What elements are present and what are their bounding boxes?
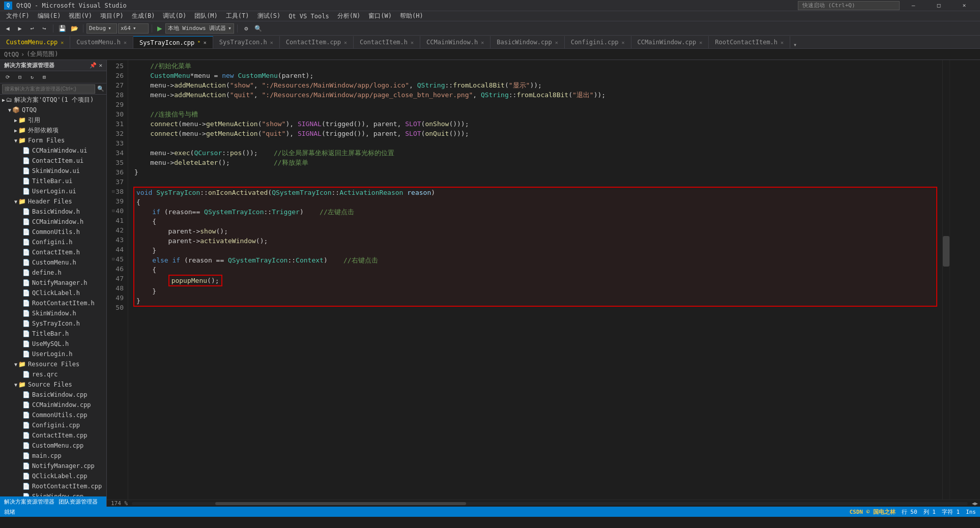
menu-file[interactable]: 文件(F) (2, 11, 34, 21)
tab-basicwindow-cpp[interactable]: BasicWindow.cpp ✕ (491, 36, 564, 48)
toolbar-btn-save[interactable]: 💾 (56, 23, 68, 34)
sidebar-btn-collapse[interactable]: ⊟ (14, 72, 25, 83)
tab-close-rootcontactitem-h[interactable]: ✕ (781, 40, 784, 45)
tab-overflow[interactable]: ▾ (790, 41, 800, 48)
target-dropdown[interactable]: 本地 Windows 调试器 ▾ (165, 23, 234, 34)
menu-view[interactable]: 视图(V) (65, 11, 96, 21)
tab-rootcontactitem-h[interactable]: RootContactItem.h ✕ (709, 36, 790, 48)
tree-item-skinwindow-cpp[interactable]: 📄SkinWindow.cpp (0, 491, 106, 496)
toolbar-btn-1[interactable]: ◀ (2, 23, 13, 34)
tab-contactitem-cpp[interactable]: ContactItem.cpp ✕ (280, 36, 354, 48)
tree-item-contactitem-h2[interactable]: 📄ContactItem.h (0, 247, 106, 257)
horizontal-scrollbar[interactable]: 174 % ◀ ▶ (107, 500, 980, 507)
tree-item-skinwindow-h[interactable]: 📄SkinWindow.h (0, 308, 106, 318)
menu-build[interactable]: 生成(B) (128, 11, 159, 21)
tree-item-basicwindow-cpp[interactable]: 📄BasicWindow.cpp (0, 390, 106, 400)
code-area[interactable]: //初始化菜单 CustomMenu*menu = new CustomMenu… (128, 60, 942, 500)
tree-item-titlebar-h[interactable]: 📄TitleBar.h (0, 329, 106, 339)
sidebar-btn-refresh[interactable]: ↻ (26, 72, 38, 83)
config-dropdown[interactable]: Debug ▾ (87, 23, 117, 34)
tree-item-main-cpp[interactable]: 📄main.cpp (0, 451, 106, 461)
tree-item-contactitem-ui[interactable]: 📄 ContactItem.ui (0, 156, 106, 166)
sidebar-btn-sync[interactable]: ⟳ (2, 72, 13, 83)
search-bar[interactable]: 快速启动 (Ctrl+Q) (798, 1, 900, 10)
vertical-scrollbar[interactable] (942, 60, 949, 500)
hscroll-right[interactable]: ▶ (975, 501, 978, 506)
toolbar-btn-3[interactable]: ⚙ (241, 23, 252, 34)
tab-contactitem-h[interactable]: ContactItem.h ✕ (354, 36, 420, 48)
sidebar-search-input[interactable] (2, 84, 95, 94)
sidebar-btn-filter[interactable]: ⊞ (39, 72, 50, 83)
platform-dropdown[interactable]: x64 ▾ (118, 23, 149, 34)
tree-item-resourcefiles[interactable]: ▼ 📁 Resource Files (0, 359, 106, 369)
sidebar-close-icon[interactable]: ✕ (99, 62, 102, 69)
toolbar-btn-redo[interactable]: ↪ (39, 23, 50, 34)
toolbar-btn-4[interactable]: 🔍 (253, 23, 264, 34)
tree-item-commonutils-cpp[interactable]: 📄CommonUtils.cpp (0, 410, 106, 420)
tab-close-ccmainwindow-cpp[interactable]: ✕ (699, 40, 702, 45)
menu-test[interactable]: 测试(S) (253, 11, 285, 21)
tab-close-basicwindow-cpp[interactable]: ✕ (555, 40, 558, 45)
sidebar-tab-solution[interactable]: 解决方案资源管理器 (4, 498, 54, 506)
tree-item-custommenu-h2[interactable]: 📄CustomMenu.h (0, 257, 106, 268)
tree-item-rootcontactitem-cpp[interactable]: 📄RootContactItem.cpp (0, 481, 106, 491)
tree-item-sourcefiles[interactable]: ▼ 📁 Source Files (0, 379, 106, 390)
menu-window[interactable]: 窗口(W) (364, 11, 396, 21)
tree-item-notifymanager-cpp[interactable]: 📄NotifyManager.cpp (0, 461, 106, 471)
tree-item-commonutils-h[interactable]: 📄CommonUtils.h (0, 227, 106, 237)
tab-custommenu-cpp[interactable]: CustomMenu.cpp ✕ (0, 36, 70, 48)
tab-close-systrayicon-cpp[interactable]: ✕ (204, 40, 207, 45)
toolbar-btn-2[interactable]: ▶ (14, 23, 25, 34)
tree-item-userlogin-ui[interactable]: 📄 UserLogin.ui (0, 186, 106, 196)
tree-item-references[interactable]: ▶ 📁 引用 (0, 115, 106, 125)
tree-item-notifymanager-h[interactable]: 📄NotifyManager.h (0, 278, 106, 288)
tree-item-define-h[interactable]: 📄define.h (0, 268, 106, 278)
tab-configini-cpp[interactable]: Configini.cpp ✕ (565, 36, 631, 48)
tree-item-res-qrc[interactable]: 📄res.qrc (0, 369, 106, 379)
tree-item-custommenu-cpp[interactable]: 📄CustomMenu.cpp (0, 441, 106, 451)
menu-project[interactable]: 项目(P) (96, 11, 128, 21)
tree-item-ccmainwindow-h2[interactable]: 📄CCMainWindow.h (0, 217, 106, 227)
maximize-button[interactable]: □ (927, 0, 950, 11)
tree-item-contactitem-cpp[interactable]: 📄ContactItem.cpp (0, 430, 106, 441)
tab-close-custommenu-cpp[interactable]: ✕ (61, 40, 64, 45)
tree-item-configini-cpp[interactable]: 📄Configini.cpp (0, 420, 106, 430)
tree-item-usemysql-h[interactable]: 📄UseMySQL.h (0, 339, 106, 349)
menu-team[interactable]: 团队(M) (190, 11, 222, 21)
minimize-button[interactable]: — (902, 0, 925, 11)
tree-item-userlogin-h[interactable]: 📄UserLogin.h (0, 349, 106, 359)
toolbar-btn-undo[interactable]: ↩ (26, 23, 38, 34)
tree-project[interactable]: ▼ 📦 QTQQ (0, 105, 106, 115)
tree-item-qclicklabel-cpp[interactable]: 📄QClickLabel.cpp (0, 471, 106, 481)
tree-item-extdeps[interactable]: ▶ 📁 外部依赖项 (0, 125, 106, 135)
tab-close-contactitem-h[interactable]: ✕ (411, 40, 414, 45)
menu-edit[interactable]: 编辑(E) (34, 11, 65, 21)
zoom-level[interactable]: 174 % (111, 500, 128, 507)
tree-item-systrayicon-h2[interactable]: 📄SysTrayIcon.h (0, 318, 106, 329)
menu-help[interactable]: 帮助(H) (396, 11, 427, 21)
code-container[interactable]: 25 26 27 28 29 30 31 32 33 34 35 36 37 ⊟… (107, 60, 949, 500)
run-button[interactable]: ▶ (155, 23, 164, 33)
tab-close-ccmainwindow-h[interactable]: ✕ (481, 40, 484, 45)
tree-item-ccmainwindow-ui[interactable]: 📄 CCMainWindow.ui (0, 145, 106, 156)
tree-item-ccmainwindow-cpp[interactable]: 📄CCMainWindow.cpp (0, 400, 106, 410)
tree-item-titlebar-ui[interactable]: 📄 TitleBar.ui (0, 176, 106, 186)
tree-item-basicwindow-h[interactable]: 📄BasicWindow.h (0, 207, 106, 217)
menu-qt[interactable]: Qt VS Tools (284, 11, 333, 21)
tree-item-configini-h[interactable]: 📄Configini.h (0, 237, 106, 247)
close-button[interactable]: ✕ (953, 0, 976, 11)
tab-close-contactitem-cpp[interactable]: ✕ (344, 40, 347, 45)
tab-close-configini-cpp[interactable]: ✕ (622, 40, 625, 45)
tree-item-rootcontactitem-h2[interactable]: 📄RootContactItem.h (0, 298, 106, 308)
menu-tools[interactable]: 工具(T) (222, 11, 253, 21)
sidebar-search-icon[interactable]: 🔍 (97, 85, 104, 92)
tab-systrayicon-h[interactable]: SysTrayIcon.h ✕ (213, 36, 280, 48)
tab-ccmainwindow-cpp[interactable]: CCMainWindow.cpp ✕ (631, 36, 709, 48)
tab-systrayicon-cpp[interactable]: SysTrayIcon.cpp * ✕ (133, 36, 213, 48)
tab-custommenu-h[interactable]: CustomMenu.h ✕ (70, 36, 133, 48)
tab-ccmainwindow-h[interactable]: CCMainWindow.h ✕ (420, 36, 491, 48)
toolbar-btn-open[interactable]: 📂 (69, 23, 80, 34)
tree-item-formfiles[interactable]: ▼ 📁 Form Files (0, 135, 106, 145)
tab-close-custommenu-h[interactable]: ✕ (124, 40, 127, 45)
hscroll-thumb[interactable] (215, 502, 466, 505)
